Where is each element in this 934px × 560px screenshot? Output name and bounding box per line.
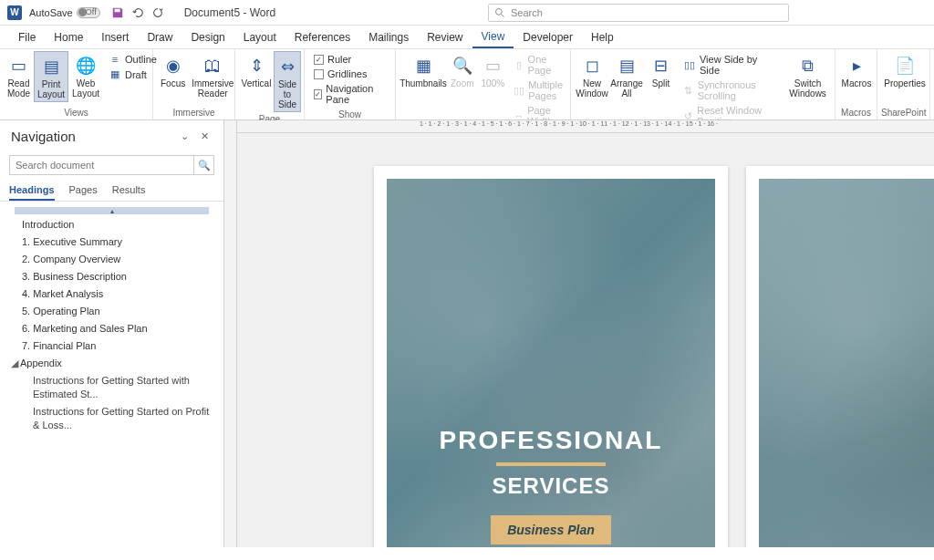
- cover-subtitle: SERVICES: [493, 473, 610, 499]
- nav-tab-results[interactable]: Results: [112, 184, 146, 201]
- nav-heading-item[interactable]: 3. Business Description: [0, 268, 223, 285]
- tab-references[interactable]: References: [285, 26, 359, 48]
- new-window-button[interactable]: ◻ New Window: [575, 51, 609, 100]
- redo-icon[interactable]: [150, 5, 166, 21]
- thumbnails-button[interactable]: ▦ Thumbnails: [400, 51, 447, 90]
- document-scroll-area[interactable]: PROFESSIONAL SERVICES Business Plan: [237, 120, 934, 547]
- tab-layout[interactable]: Layout: [234, 26, 285, 48]
- chevron-down-icon[interactable]: ⌄: [176, 128, 192, 144]
- tab-file[interactable]: File: [9, 26, 45, 48]
- autosave-switch[interactable]: Off: [77, 7, 100, 18]
- one-page-icon: ▯: [514, 59, 524, 71]
- nav-heading-item[interactable]: 6. Marketing and Sales Plan: [0, 320, 223, 337]
- tab-mailings[interactable]: Mailings: [359, 26, 418, 48]
- outline-icon: ≡: [109, 54, 121, 65]
- nav-top-marker[interactable]: ▴: [15, 207, 209, 214]
- navigation-tabs: Headings Pages Results: [0, 179, 223, 202]
- tab-developer[interactable]: Developer: [514, 26, 582, 48]
- web-layout-icon: 🌐: [76, 53, 96, 78]
- tab-draw[interactable]: Draw: [138, 26, 182, 48]
- navigation-pane: Navigation ⌄ ✕ 🔍 Headings Pages Results …: [0, 120, 224, 547]
- nav-heading-item[interactable]: Instructions for Getting Started on Prof…: [0, 403, 223, 434]
- draft-icon: ▦: [109, 68, 121, 80]
- new-window-icon: ◻: [586, 53, 599, 78]
- print-layout-icon: ▤: [44, 54, 59, 79]
- ribbon-group-zoom: ▦ Thumbnails 🔍 Zoom ▭ 100% ▯One Page ▯▯M…: [396, 49, 571, 119]
- tab-design[interactable]: Design: [182, 26, 234, 48]
- nav-heading-item[interactable]: ◢Appendix: [0, 355, 223, 372]
- zoom-button[interactable]: 🔍 Zoom: [447, 51, 478, 90]
- nav-heading-item[interactable]: 1. Executive Summary: [0, 233, 223, 251]
- ribbon-group-page-movement: ⇕ Vertical ⇔ Side to Side Page Movement: [235, 49, 305, 119]
- read-mode-icon: ▭: [11, 53, 26, 78]
- sync-scrolling-button[interactable]: ⇅Synchronous Scrolling: [681, 78, 781, 102]
- search-icon[interactable]: 🔍: [193, 156, 213, 174]
- navigation-search-input[interactable]: [10, 156, 193, 174]
- split-icon: ⊟: [654, 53, 668, 78]
- arrange-all-button[interactable]: ▤ Arrange All: [609, 51, 644, 100]
- document-page-2[interactable]: [746, 166, 934, 547]
- split-button[interactable]: ⊟ Split: [644, 51, 678, 90]
- view-side-by-side-button[interactable]: ▯▯View Side by Side: [681, 53, 781, 77]
- nav-heading-item[interactable]: 2. Company Overview: [0, 251, 223, 268]
- arrange-all-icon: ▤: [619, 53, 635, 78]
- vertical-button[interactable]: ⇕ Vertical: [239, 51, 274, 90]
- nav-tab-headings[interactable]: Headings: [9, 184, 55, 201]
- macros-icon: ▸: [853, 53, 861, 78]
- web-layout-button[interactable]: 🌐 Web Layout: [68, 51, 103, 100]
- print-layout-button[interactable]: ▤ Print Layout: [34, 51, 68, 102]
- tab-review[interactable]: Review: [418, 26, 472, 48]
- horizontal-ruler[interactable]: 1 · 1 · 2 · 1 · 3 · 1 · 4 · 1 · 5 · 1 · …: [237, 120, 934, 133]
- nav-heading-item[interactable]: Introduction: [0, 216, 223, 233]
- switch-windows-icon: ⧉: [802, 53, 814, 78]
- nav-tab-pages[interactable]: Pages: [69, 184, 98, 201]
- close-icon[interactable]: ✕: [196, 128, 213, 144]
- side-to-side-button[interactable]: ⇔ Side to Side: [274, 51, 301, 112]
- nav-heading-item[interactable]: 5. Operating Plan: [0, 303, 223, 320]
- macros-button[interactable]: ▸ Macros: [839, 51, 874, 90]
- tab-home[interactable]: Home: [45, 26, 92, 48]
- multiple-pages-button[interactable]: ▯▯Multiple Pages: [512, 78, 566, 102]
- undo-icon[interactable]: [130, 5, 146, 21]
- ribbon-group-views: ▭ Read Mode ▤ Print Layout 🌐 Web Layout …: [0, 49, 153, 119]
- properties-button[interactable]: 📄 Properties: [881, 51, 929, 90]
- checkbox-icon: [314, 69, 324, 79]
- collapse-icon[interactable]: ◢: [11, 357, 20, 370]
- search-box[interactable]: Search: [488, 4, 789, 22]
- hundred-percent-button[interactable]: ▭ 100%: [478, 51, 509, 90]
- save-icon[interactable]: [109, 5, 126, 21]
- gridlines-checkbox[interactable]: Gridlines: [312, 67, 388, 80]
- ruler-checkbox[interactable]: Ruler: [312, 53, 388, 66]
- navigation-search[interactable]: 🔍: [9, 155, 214, 175]
- search-icon: [494, 7, 505, 18]
- autosave-toggle[interactable]: AutoSave Off: [29, 7, 100, 18]
- read-mode-button[interactable]: ▭ Read Mode: [4, 51, 34, 100]
- document-page-1[interactable]: PROFESSIONAL SERVICES Business Plan: [374, 166, 728, 547]
- nav-heading-item[interactable]: 7. Financial Plan: [0, 337, 223, 355]
- document-canvas[interactable]: PROFESSIONAL SERVICES Business Plan: [224, 120, 934, 547]
- focus-button[interactable]: ◉ Focus: [157, 51, 189, 90]
- tab-insert[interactable]: Insert: [92, 26, 138, 48]
- svg-line-1: [502, 15, 504, 17]
- nav-heading-item[interactable]: Instructions for Getting Started with Es…: [0, 372, 223, 403]
- switch-windows-button[interactable]: ⧉ Switch Windows: [784, 51, 831, 100]
- draft-button[interactable]: ▦Draft: [107, 67, 159, 81]
- search-placeholder: Search: [511, 7, 543, 18]
- ribbon-group-window: ◻ New Window ▤ Arrange All ⊟ Split ▯▯Vie…: [571, 49, 835, 119]
- menu-tabs: File Home Insert Draw Design Layout Refe…: [0, 26, 934, 49]
- navigation-pane-checkbox[interactable]: Navigation Pane: [312, 82, 388, 106]
- tab-help[interactable]: Help: [582, 26, 623, 48]
- cover-title: PROFESSIONAL: [440, 426, 663, 455]
- views-group-label: Views: [4, 106, 149, 119]
- nav-heading-item[interactable]: 4. Market Analysis: [0, 285, 223, 303]
- immersive-reader-button[interactable]: 🕮 Immersive Reader: [189, 51, 236, 100]
- hundred-icon: ▭: [485, 53, 501, 78]
- navigation-headings-list: ▴ Introduction 1. Executive Summary 2. C…: [0, 202, 223, 438]
- vertical-ruler[interactable]: [224, 120, 237, 547]
- tab-view[interactable]: View: [472, 26, 514, 48]
- ribbon-group-sharepoint: 📄 Properties SharePoint: [877, 49, 930, 119]
- document-title: Document5 - Word: [184, 6, 275, 19]
- one-page-button[interactable]: ▯One Page: [512, 53, 566, 77]
- outline-button[interactable]: ≡Outline: [107, 53, 159, 66]
- cover-badge: Business Plan: [491, 515, 611, 544]
